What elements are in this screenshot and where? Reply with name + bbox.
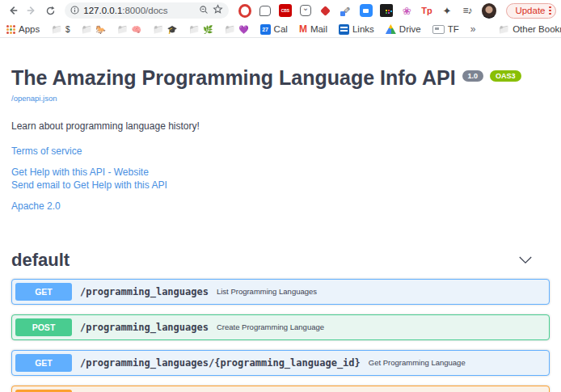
- playlist-extension-icon[interactable]: ≡♪: [461, 4, 474, 17]
- bookmark-item[interactable]: 📁🐎: [82, 24, 106, 35]
- endpoint-path: /programming_languages/{programming_lang…: [80, 357, 361, 369]
- puzzle-extension-icon[interactable]: ✦: [441, 4, 453, 17]
- method-badge[interactable]: GET: [15, 283, 72, 301]
- links-blue-icon: [339, 24, 349, 35]
- api-links: Terms of serviceGet Help with this API -…: [11, 145, 550, 213]
- url-text[interactable]: 127.0.0.1:8000/docs: [83, 6, 195, 15]
- page-title: The Amazing Programming Language Info AP…: [11, 67, 456, 90]
- oas3-badge: OAS3: [490, 70, 521, 82]
- section-title: default: [11, 250, 70, 271]
- endpoint-path: /programming_languages: [80, 286, 209, 297]
- folder-icon: 📁: [498, 24, 509, 35]
- bookmark-emoji: 🐎: [95, 25, 105, 34]
- profile-avatar[interactable]: [482, 3, 496, 19]
- tag-section-default[interactable]: default: [11, 245, 550, 279]
- bookmarks-bar: Apps📁$📁🐎📁🧠📁🎓📁🌿📁💜27CalMMailLinksDriveTF »…: [0, 21, 561, 38]
- folder-icon: 📁: [51, 24, 62, 35]
- browser-chrome: 127.0.0.1:8000/docs CBS❀Tp✦≡♪ Update App…: [0, 0, 561, 38]
- method-badge[interactable]: POST: [15, 318, 72, 336]
- page-info-icon[interactable]: [70, 3, 79, 18]
- folder-icon: 📁: [117, 24, 129, 35]
- tp-extension-icon[interactable]: Tp: [420, 4, 433, 17]
- info-link[interactable]: Terms of service: [11, 145, 550, 158]
- eyedropper-extension-icon[interactable]: [340, 4, 352, 17]
- bookmark-label: Drive: [399, 24, 421, 34]
- bookmark-item[interactable]: 📁🌿: [188, 24, 213, 35]
- bookmark-emoji: $: [65, 25, 70, 34]
- method-badge[interactable]: PUT: [15, 390, 72, 392]
- api-description: Learn about programming language history…: [11, 120, 550, 132]
- calendar-icon: 27: [260, 24, 271, 35]
- cbs-extension-icon[interactable]: CBS: [279, 4, 292, 17]
- info-link[interactable]: Send email to Get Help with this API: [11, 179, 550, 192]
- bookmark-item[interactable]: 📁$: [51, 24, 70, 35]
- bookmark-label: Cal: [274, 24, 288, 34]
- endpoint-row[interactable]: PUT /programming_languages/{programming_…: [11, 386, 550, 392]
- bookmark-item-apps[interactable]: Apps: [6, 24, 40, 34]
- chat-extension-icon[interactable]: [259, 4, 272, 17]
- update-label: Update: [515, 6, 545, 15]
- forward-button[interactable]: [23, 2, 39, 19]
- bookmark-item-mail[interactable]: MMail: [299, 23, 327, 35]
- bookmark-emoji: 🧠: [131, 25, 141, 34]
- bookmark-item-tf[interactable]: TF: [432, 24, 459, 34]
- bookmark-item-drive[interactable]: Drive: [386, 24, 421, 34]
- extensions-strip: CBS❀Tp✦≡♪: [238, 4, 474, 17]
- api-title-row: The Amazing Programming Language Info AP…: [11, 67, 550, 90]
- diamond-extension-icon[interactable]: [319, 4, 332, 17]
- chevron-down-icon[interactable]: [519, 253, 532, 268]
- bookmark-star-icon[interactable]: [213, 3, 223, 18]
- apps-grid-icon: [6, 25, 15, 34]
- endpoint-summary: Create Programming Language: [217, 322, 324, 331]
- update-button[interactable]: Update: [506, 3, 556, 19]
- swagger-page: The Amazing Programming Language Info AP…: [0, 38, 561, 392]
- version-badge: 1.0: [462, 70, 484, 82]
- endpoint-row[interactable]: POST /programming_languages Create Progr…: [11, 314, 550, 340]
- folder-icon: 📁: [153, 24, 164, 35]
- endpoint-row[interactable]: GET /programming_languages List Programm…: [11, 279, 550, 305]
- back-button[interactable]: [5, 2, 20, 19]
- endpoint-path: /programming_languages: [80, 322, 209, 333]
- pocket-extension-icon[interactable]: [299, 4, 312, 17]
- folder-icon: 📁: [82, 24, 93, 35]
- gmail-icon: M: [299, 23, 307, 35]
- red-circle-extension-icon[interactable]: [238, 4, 251, 17]
- folder-icon: 📁: [224, 24, 235, 35]
- openapi-spec-link[interactable]: /openapi.json: [11, 94, 57, 103]
- folder-icon: 📁: [188, 24, 200, 35]
- browser-menu-icon[interactable]: [549, 6, 551, 15]
- bookmark-item[interactable]: 📁🎓: [153, 24, 177, 35]
- bookmarks-overflow-chevron[interactable]: »: [470, 23, 476, 35]
- bookmark-emoji: 💜: [238, 25, 248, 34]
- endpoint-row[interactable]: GET /programming_languages/{programming_…: [11, 350, 550, 376]
- api-info: The Amazing Programming Language Info AP…: [11, 38, 550, 213]
- reload-button[interactable]: [43, 2, 58, 19]
- tf-icon: [432, 25, 445, 34]
- bookmark-item[interactable]: 📁🧠: [117, 24, 141, 35]
- bookmark-emoji: 🎓: [167, 25, 177, 34]
- bookmark-label: TF: [448, 24, 459, 34]
- bookmark-item-links[interactable]: Links: [339, 24, 374, 35]
- other-bookmarks-folder[interactable]: 📁 Other Bookmarks: [498, 24, 561, 35]
- zoom-out-icon[interactable]: [199, 3, 209, 18]
- info-link[interactable]: Get Help with this API - Website: [11, 166, 550, 179]
- bookmark-emoji: 🌿: [203, 25, 213, 34]
- method-badge[interactable]: GET: [15, 354, 72, 372]
- bookmark-item[interactable]: 📁💜: [224, 24, 248, 35]
- info-link[interactable]: Apache 2.0: [11, 200, 550, 213]
- flower-extension-icon[interactable]: ❀: [400, 4, 413, 17]
- bookmark-label: Mail: [310, 24, 327, 34]
- zoom-extension-icon[interactable]: [360, 4, 373, 17]
- browser-toolbar: 127.0.0.1:8000/docs CBS❀Tp✦≡♪ Update: [0, 0, 561, 21]
- endpoint-summary: List Programming Languages: [217, 287, 317, 296]
- endpoint-summary: Get Programming Language: [369, 358, 466, 367]
- drive-icon: [386, 24, 396, 34]
- mosaic-extension-icon[interactable]: [380, 4, 393, 17]
- bookmark-item-cal[interactable]: 27Cal: [260, 24, 288, 35]
- address-bar[interactable]: 127.0.0.1:8000/docs: [65, 2, 229, 19]
- other-bookmarks-label: Other Bookmarks: [512, 24, 561, 34]
- bookmark-label: Links: [352, 24, 374, 34]
- bookmark-label: Apps: [19, 24, 40, 34]
- endpoints-list: GET /programming_languages List Programm…: [11, 279, 550, 392]
